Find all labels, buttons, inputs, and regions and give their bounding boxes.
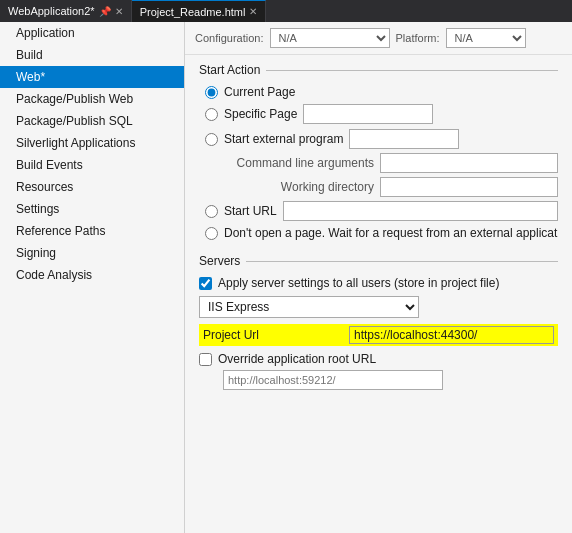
sidebar-item-web[interactable]: Web* bbox=[0, 66, 184, 88]
radio-current-page-label: Current Page bbox=[224, 85, 295, 99]
config-bar: Configuration: N/A Platform: N/A bbox=[185, 22, 572, 55]
override-label: Override application root URL bbox=[218, 352, 376, 366]
sidebar: Application Build Web* Package/Publish W… bbox=[0, 22, 185, 533]
close-tab-webapplication[interactable]: ✕ bbox=[115, 6, 123, 17]
apply-server-label: Apply server settings to all users (stor… bbox=[218, 276, 499, 290]
specific-page-input[interactable] bbox=[303, 104, 433, 124]
apply-server-settings-row: Apply server settings to all users (stor… bbox=[199, 276, 558, 290]
sidebar-item-settings[interactable]: Settings bbox=[0, 198, 184, 220]
tab-webapplication-label: WebApplication2* bbox=[8, 5, 95, 17]
cmd-args-label: Command line arguments bbox=[229, 156, 374, 170]
radio-start-url[interactable] bbox=[205, 205, 218, 218]
server-select[interactable]: IIS Express Local IIS External Host Cust… bbox=[199, 296, 419, 318]
radio-dont-open[interactable] bbox=[205, 227, 218, 240]
cmd-args-row: Command line arguments bbox=[229, 153, 558, 173]
radio-row-specific-page: Specific Page bbox=[205, 104, 558, 124]
sidebar-item-reference-paths[interactable]: Reference Paths bbox=[0, 220, 184, 242]
apply-server-checkbox[interactable] bbox=[199, 277, 212, 290]
pin-icon[interactable]: 📌 bbox=[99, 6, 111, 17]
servers-header: Servers bbox=[199, 254, 558, 268]
cmd-args-input[interactable] bbox=[380, 153, 558, 173]
main-container: Application Build Web* Package/Publish W… bbox=[0, 22, 572, 533]
start-url-label: Start URL bbox=[224, 204, 277, 218]
radio-row-current-page: Current Page bbox=[205, 85, 558, 99]
start-action-section: Start Action Current Page Specific Page bbox=[185, 55, 572, 248]
dont-open-label: Don't open a page. Wait for a request fr… bbox=[224, 226, 558, 240]
sidebar-item-application[interactable]: Application bbox=[0, 22, 184, 44]
radio-specific-page-label: Specific Page bbox=[224, 107, 297, 121]
external-program-input[interactable] bbox=[349, 129, 459, 149]
project-url-value: https://localhost:44300/ bbox=[349, 326, 554, 344]
tab-project-readme[interactable]: Project_Readme.html ✕ bbox=[132, 0, 267, 22]
sidebar-item-package-web[interactable]: Package/Publish Web bbox=[0, 88, 184, 110]
override-row: Override application root URL bbox=[199, 352, 558, 366]
radio-external-program[interactable] bbox=[205, 133, 218, 146]
configuration-label: Configuration: bbox=[195, 32, 264, 44]
configuration-select[interactable]: N/A bbox=[270, 28, 390, 48]
start-action-header: Start Action bbox=[199, 63, 558, 77]
working-dir-row: Working directory bbox=[229, 177, 558, 197]
tab-webapplication[interactable]: WebApplication2* 📌 ✕ bbox=[0, 0, 132, 22]
servers-section: Servers Apply server settings to all use… bbox=[185, 248, 572, 396]
project-url-label: Project Url bbox=[203, 328, 343, 342]
content-scroll: Start Action Current Page Specific Page bbox=[185, 55, 572, 533]
project-url-row: Project Url https://localhost:44300/ bbox=[199, 324, 558, 346]
dont-open-row: Don't open a page. Wait for a request fr… bbox=[205, 226, 558, 240]
sidebar-item-build[interactable]: Build bbox=[0, 44, 184, 66]
http-root-input[interactable] bbox=[223, 370, 443, 390]
radio-row-external-program: Start external program bbox=[205, 129, 558, 149]
platform-select[interactable]: N/A bbox=[446, 28, 526, 48]
sidebar-item-resources[interactable]: Resources bbox=[0, 176, 184, 198]
start-url-row: Start URL bbox=[205, 201, 558, 221]
radio-external-program-label: Start external program bbox=[224, 132, 343, 146]
content-panel: Configuration: N/A Platform: N/A Start A… bbox=[185, 22, 572, 533]
radio-current-page[interactable] bbox=[205, 86, 218, 99]
title-bar: WebApplication2* 📌 ✕ Project_Readme.html… bbox=[0, 0, 572, 22]
sidebar-item-package-sql[interactable]: Package/Publish SQL bbox=[0, 110, 184, 132]
radio-specific-page[interactable] bbox=[205, 108, 218, 121]
start-url-input[interactable] bbox=[283, 201, 558, 221]
start-action-radio-group: Current Page Specific Page Start externa… bbox=[205, 85, 558, 149]
sidebar-item-signing[interactable]: Signing bbox=[0, 242, 184, 264]
platform-label: Platform: bbox=[396, 32, 440, 44]
server-dropdown-row: IIS Express Local IIS External Host Cust… bbox=[199, 296, 558, 318]
sidebar-item-build-events[interactable]: Build Events bbox=[0, 154, 184, 176]
working-dir-label: Working directory bbox=[229, 180, 374, 194]
tab-project-readme-label: Project_Readme.html bbox=[140, 6, 246, 18]
override-checkbox[interactable] bbox=[199, 353, 212, 366]
sidebar-item-silverlight[interactable]: Silverlight Applications bbox=[0, 132, 184, 154]
working-dir-input[interactable] bbox=[380, 177, 558, 197]
sidebar-item-code-analysis[interactable]: Code Analysis bbox=[0, 264, 184, 286]
close-tab-readme[interactable]: ✕ bbox=[249, 6, 257, 17]
